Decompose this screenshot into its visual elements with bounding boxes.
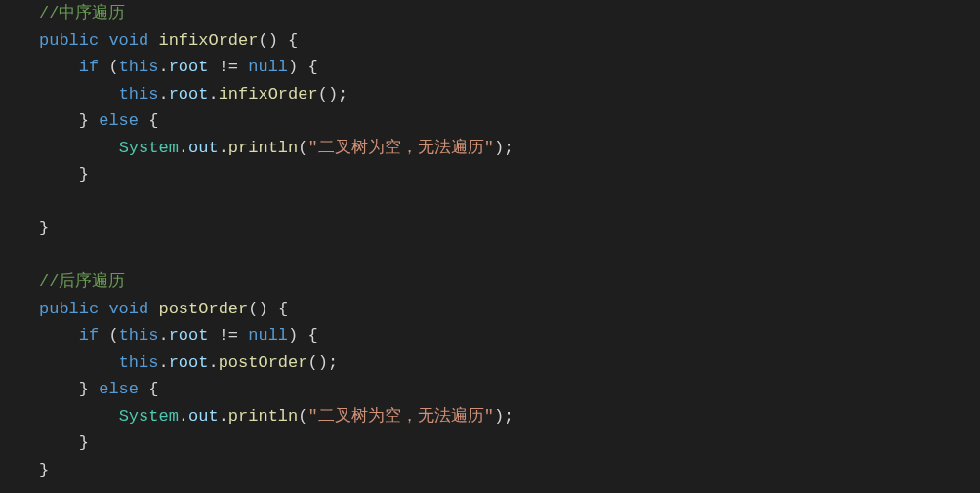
if-kw: if <box>79 58 99 76</box>
dot: . <box>158 85 168 103</box>
paren: (); <box>307 353 338 372</box>
paren: ( <box>108 326 118 345</box>
dot: . <box>179 407 188 426</box>
property: root <box>169 326 209 345</box>
operator: != <box>219 326 238 345</box>
class-name: System <box>119 407 179 426</box>
null-kw: null <box>248 58 288 76</box>
modifier-kw: public <box>39 31 99 50</box>
paren: ) <box>288 326 298 345</box>
brace: } <box>39 461 49 479</box>
else-kw: else <box>99 380 139 398</box>
method-call: println <box>228 407 298 426</box>
code-line[interactable]: } else { <box>39 107 980 135</box>
code-line[interactable] <box>39 242 980 269</box>
dot: . <box>158 58 168 76</box>
code-line[interactable]: public void infixOrder() { <box>39 27 980 55</box>
paren: ); <box>494 407 513 426</box>
method-name: postOrder <box>158 300 248 318</box>
this-kw: this <box>119 85 159 103</box>
code-line[interactable]: System.out.println("二叉树为空，无法遍历"); <box>39 403 980 431</box>
else-kw: else <box>99 111 139 130</box>
dot: . <box>219 407 228 426</box>
brace: { <box>148 380 158 398</box>
code-line[interactable]: } <box>39 161 980 188</box>
method-call: infixOrder <box>219 85 318 103</box>
code-line[interactable]: public void postOrder() { <box>39 296 980 323</box>
code-line[interactable]: if (this.root != null) { <box>39 322 980 349</box>
property: root <box>169 58 209 76</box>
paren: ( <box>108 58 118 76</box>
brace: } <box>79 433 89 452</box>
null-kw: null <box>248 326 288 345</box>
paren: () <box>248 300 267 318</box>
code-line[interactable]: System.out.println("二叉树为空，无法遍历"); <box>39 135 980 162</box>
code-line[interactable]: //中序遍历 <box>39 0 980 27</box>
brace: { <box>307 58 317 76</box>
paren: ) <box>288 58 298 76</box>
paren: ); <box>494 139 513 157</box>
code-line[interactable]: this.root.infixOrder(); <box>39 81 980 108</box>
dot: . <box>179 139 188 157</box>
dot: . <box>208 85 218 103</box>
code-line[interactable]: if (this.root != null) { <box>39 54 980 81</box>
property: root <box>169 353 209 372</box>
comment-text: //后序遍历 <box>39 272 125 291</box>
property: out <box>188 407 219 426</box>
brace: } <box>39 219 49 237</box>
method-call: postOrder <box>219 353 308 372</box>
this-kw: this <box>119 353 159 372</box>
paren: ( <box>298 139 307 157</box>
code-line[interactable]: } <box>39 457 980 484</box>
comment-text: //中序遍历 <box>39 4 125 22</box>
this-kw: this <box>119 326 159 345</box>
string-literal: "二叉树为空，无法遍历" <box>307 139 493 157</box>
brace: } <box>79 165 89 184</box>
code-line[interactable]: } else { <box>39 376 980 403</box>
brace: { <box>307 326 317 345</box>
brace: { <box>148 111 158 130</box>
modifier-kw: public <box>39 300 99 318</box>
string-literal: "二叉树为空，无法遍历" <box>307 407 493 426</box>
paren: ( <box>298 407 307 426</box>
dot: . <box>158 326 168 345</box>
method-call: println <box>228 139 298 157</box>
code-editor[interactable]: //中序遍历 public void infixOrder() { if (th… <box>0 0 980 483</box>
code-line[interactable]: this.root.postOrder(); <box>39 349 980 377</box>
if-kw: if <box>79 326 99 345</box>
brace: } <box>79 111 89 130</box>
return-type: void <box>108 31 148 50</box>
property: out <box>188 139 219 157</box>
code-line[interactable]: } <box>39 215 980 242</box>
dot: . <box>219 139 228 157</box>
brace: { <box>278 300 288 318</box>
code-line[interactable] <box>39 188 980 216</box>
return-type: void <box>108 300 148 318</box>
code-line[interactable]: //后序遍历 <box>39 268 980 296</box>
class-name: System <box>119 139 179 157</box>
dot: . <box>158 353 168 372</box>
brace: { <box>288 31 298 50</box>
dot: . <box>208 353 218 372</box>
paren: (); <box>318 85 348 103</box>
this-kw: this <box>119 58 159 76</box>
paren: () <box>258 31 277 50</box>
brace: } <box>79 380 89 398</box>
method-name: infixOrder <box>158 31 258 50</box>
property: root <box>169 85 209 103</box>
code-line[interactable]: } <box>39 430 980 457</box>
operator: != <box>219 58 238 76</box>
